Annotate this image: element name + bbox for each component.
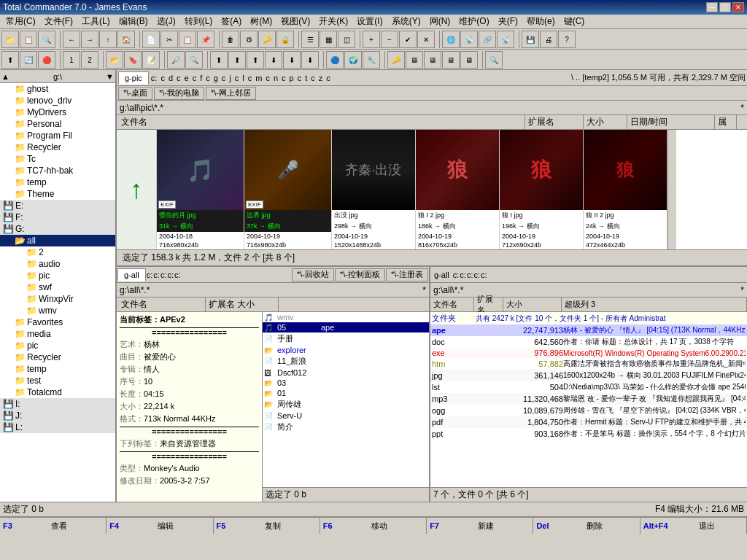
toolbar2-btn-8[interactable]: 📝 — [142, 51, 160, 69]
menu-item-f[interactable]: 夹(F) — [494, 14, 522, 29]
menu-item-j[interactable]: 选(J) — [152, 14, 180, 29]
menu-item-l[interactable]: 工具(L) — [77, 14, 115, 29]
menu-item-y[interactable]: 系统(Y) — [387, 14, 425, 29]
toolbar2-btn-20[interactable]: 🔑 — [387, 51, 405, 69]
tree-item-audio[interactable]: 📁 audio — [0, 258, 115, 270]
toolbar-btn-11[interactable]: 📌 — [197, 31, 214, 48]
toolbar2-btn-4[interactable]: 1 — [63, 51, 80, 69]
tree-item-ghost[interactable]: 📁 ghost — [0, 83, 115, 95]
toolbar2-btn-14[interactable]: ⬇ — [265, 51, 282, 69]
tree-item-i[interactable]: 💾 I: — [0, 398, 115, 410]
left-file-dscf[interactable]: 🖼 Dscf012 — [263, 368, 429, 378]
col-attr[interactable]: 属 — [715, 115, 737, 129]
toolbar2-btn-16[interactable]: ⬇ — [301, 51, 319, 69]
tree-item-swf[interactable]: 📁 swf — [0, 281, 115, 293]
fkey-f4[interactable]: F4 编辑 — [107, 518, 213, 534]
toolbar-btn-12[interactable]: 🗑 — [222, 31, 239, 48]
tree-item-programfil[interactable]: 📁 Program Fil — [0, 130, 115, 141]
tree-item-g[interactable]: 💾 G: — [0, 223, 115, 235]
tree-item-tc[interactable]: 📁 Tc — [0, 153, 115, 165]
tab-g-all[interactable]: g-all — [117, 268, 146, 281]
tree-item-e[interactable]: 💾 E: — [0, 200, 115, 211]
toolbar2-btn-23[interactable]: 🖥 — [442, 51, 460, 69]
toolbar-btn-8[interactable]: 📄 — [142, 31, 160, 48]
tree-item-j[interactable]: 💾 J: — [0, 410, 115, 421]
toolbar-btn-23[interactable]: 🌐 — [442, 31, 460, 48]
tree-item-temp2[interactable]: 📁 temp — [0, 363, 115, 375]
tree-item-recycler2[interactable]: 📁 Recycler — [0, 351, 115, 363]
toolbar2-btn-17[interactable]: 🔵 — [326, 51, 344, 69]
rcol-size[interactable]: 大小 — [503, 298, 562, 311]
toolbar-btn-1[interactable]: 📁 — [1, 31, 19, 48]
tree-item-pic[interactable]: 📁 pic — [0, 270, 115, 281]
img-item-4[interactable]: 狼 狼 I jpg 196k → 横向 2004-10-19 712x690x2… — [500, 130, 584, 249]
toolbar-btn-3[interactable]: 🔍 — [38, 31, 55, 48]
fkey-del[interactable]: Del 删除 — [533, 518, 640, 534]
col-left-filename[interactable]: 文件名 — [118, 298, 206, 311]
toolbar2-btn-6[interactable]: 📂 — [106, 51, 123, 69]
nav-back[interactable]: ↑ — [117, 130, 157, 249]
toolbar-btn-14[interactable]: 🔑 — [258, 31, 276, 48]
right-file-htm[interactable]: htm 57,882 高露洁牙膏被指含有致癌物质事件加重洋品牌危机_新闻中心_新… — [430, 358, 747, 370]
toolbar-btn-18[interactable]: ◫ — [338, 31, 355, 48]
scrollbar-right-top[interactable] — [667, 130, 676, 249]
img-item-3[interactable]: 狼 狼 I 2 jpg 186k → 横向 2004-10-19 816x705… — [416, 130, 500, 249]
toolbar-btn-28[interactable]: 🖨 — [540, 31, 557, 48]
menu-item-l[interactable]: 转到(L) — [180, 14, 217, 29]
toolbar2-btn-25[interactable]: 🔍 — [485, 51, 503, 69]
toolbar2-btn-10[interactable]: 🔍 — [185, 51, 203, 69]
menu-item-c[interactable]: 常用(C) — [1, 14, 40, 29]
toolbar-btn-13[interactable]: ⚙ — [240, 31, 258, 48]
toolbar-btn-7[interactable]: 🏠 — [117, 31, 135, 48]
toolbar2-btn-2[interactable]: 🔄 — [20, 51, 37, 69]
right-file-ppt[interactable]: ppt 903,168 作者：不是笨马 标题：操作演示，554 个字，8 个幻灯… — [430, 428, 747, 440]
toolbar-btn-10[interactable]: 📋 — [179, 31, 196, 48]
toolbar2-btn-11[interactable]: ⬆ — [210, 51, 228, 69]
right-file-lst[interactable]: lst 504 D:\Nedia\mp3\03\ 马荣如 - 什么样的爱你才会懂… — [430, 381, 747, 393]
toolbar-btn-16[interactable]: ☰ — [301, 31, 319, 48]
toolbar2-btn-19[interactable]: 🔧 — [363, 51, 380, 69]
rcol-filename[interactable]: 文件名 — [430, 298, 474, 311]
menu-item-a[interactable]: 签(A) — [217, 14, 246, 29]
fkey-f7[interactable]: F7 新建 — [427, 518, 533, 534]
right-file-mp3[interactable]: mp3 11,320,468 黎瑞恩 改 - 爱你一辈子 改 『我知道你想跟我再… — [430, 393, 747, 405]
tab-mypc[interactable]: *\-我的电脑 — [154, 87, 204, 100]
col-size[interactable]: 大小 — [584, 115, 627, 129]
menu-item-k[interactable]: 开关(K) — [314, 14, 352, 29]
right-file-jpg[interactable]: jpg 361,146 1600x1200x24b → 横向 30.01.200… — [430, 370, 747, 381]
left-file-zhouchuanxiong[interactable]: 📂 周传雄 — [263, 398, 429, 411]
toolbar-btn-27[interactable]: 💾 — [522, 31, 539, 48]
tree-item-recycler[interactable]: 📁 Recycler — [0, 141, 115, 153]
tree-item-l[interactable]: 💾 L: — [0, 421, 115, 433]
left-file-05ape[interactable]: 🎵 05 ape — [263, 322, 429, 332]
fkey-f3[interactable]: F3 查看 — [0, 518, 107, 534]
col-filename[interactable]: 文件名 — [118, 115, 525, 129]
toolbar2-btn-15[interactable]: ⬇ — [283, 51, 301, 69]
toolbar2-btn-1[interactable]: ⬆ — [1, 51, 19, 69]
tree-item-pic2[interactable]: 📁 pic — [0, 340, 115, 351]
fkey-altf4[interactable]: Alt+F4 退出 — [640, 518, 747, 534]
menu-item-b[interactable]: 编辑(B) — [115, 14, 152, 29]
tree-item-lenovo[interactable]: 📁 lenovo_driv — [0, 95, 115, 106]
right-file-ogg[interactable]: ogg 10,089,679 周传雄 - 雪在飞 『星空下的传说』 [04:02… — [430, 405, 747, 416]
tree-item-mydrivers[interactable]: 📁 MyDrivers — [0, 106, 115, 118]
img-item-2[interactable]: 齐秦·出没 出没 jpg 298k → 横向 2004-10-19 1520x1… — [332, 130, 416, 249]
toolbar-btn-4[interactable]: ← — [63, 31, 80, 48]
toolbar-btn-24[interactable]: 📡 — [460, 31, 478, 48]
left-file-handbook[interactable]: 📄 手册 — [263, 332, 429, 345]
img-item-0[interactable]: 🎵 EXIF 懵你的月 jpg 31k → 横向 2004-10-18 716x… — [157, 130, 244, 249]
tree-item-wmv[interactable]: 📁 wmv — [0, 305, 115, 316]
toolbar2-btn-13[interactable]: ⬆ — [247, 51, 264, 69]
left-file-explorer[interactable]: 📂 explorer — [263, 345, 429, 355]
tree-item-personal[interactable]: 📁 Personal — [0, 118, 115, 130]
right-file-ape[interactable]: ape 22,747,913 杨林 - 被爱的心 『情人』 [04:15] (7… — [430, 324, 747, 336]
col-date[interactable]: 日期/时间 — [627, 115, 715, 129]
tree-item-tc7[interactable]: 📁 TC7-hh-bak — [0, 165, 115, 176]
tab-recycle[interactable]: *\-回收站 — [292, 268, 334, 281]
left-file-03[interactable]: 📂 03 — [263, 378, 429, 388]
tab-control[interactable]: *\-控制面板 — [335, 268, 385, 281]
tree-item-all[interactable]: 📂 all — [0, 235, 115, 246]
tree-item-test[interactable]: 📁 test — [0, 375, 115, 386]
toolbar2-btn-7[interactable]: 🔖 — [124, 51, 142, 69]
toolbar2-btn-21[interactable]: 🖥 — [406, 51, 423, 69]
